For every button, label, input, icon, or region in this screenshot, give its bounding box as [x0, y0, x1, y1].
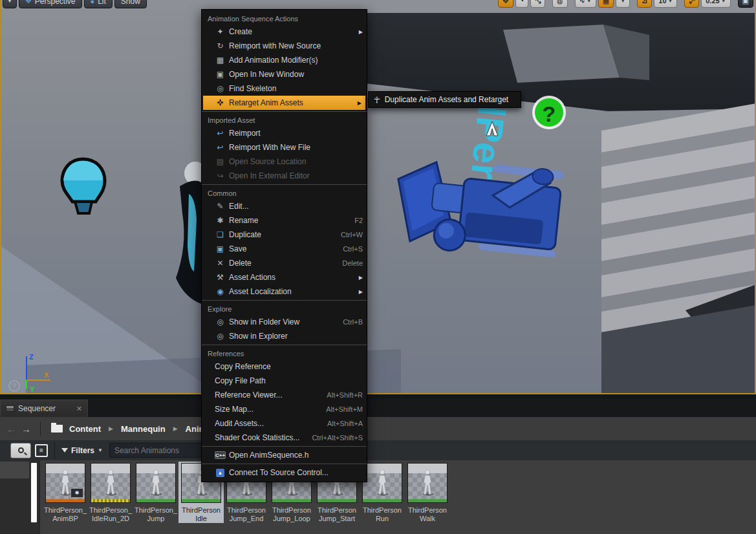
asset-tile-thirdpersonwalk[interactable]: ThirdPersonWalk — [405, 462, 450, 523]
menu-item-duplicate[interactable]: ❏DuplicateCtrl+W — [202, 228, 367, 242]
show-menu-button[interactable]: Show — [114, 0, 147, 8]
content-browser-panel: Sequencer ✕ ← → Content▶Mannequin▶Animat… — [0, 394, 756, 534]
rotate-tool-button[interactable]: ◔ — [515, 0, 529, 8]
chevron-down-icon: ▼ — [721, 0, 726, 4]
external-editor-icon: ↪ — [215, 171, 226, 180]
menu-item-label: Save — [229, 244, 334, 253]
menu-item-add-animation-modifier-s[interactable]: ▦Add Animation Modifier(s) — [202, 53, 367, 67]
menu-item-label: Create — [229, 27, 352, 36]
level-viewport[interactable]: dPers — [0, 0, 756, 394]
rotation-snap-value-button[interactable]: 10▼ — [654, 0, 677, 8]
menu-item-label: Edit... — [229, 202, 363, 211]
menu-section-header-references: References — [202, 347, 367, 359]
asset-type-color-bar — [408, 499, 447, 502]
menu-item-shortcut: Ctrl+Alt+Shift+S — [312, 434, 363, 442]
menu-item-open-in-new-window[interactable]: ▣Open In New Window — [202, 67, 367, 81]
menu-item-delete[interactable]: ✕DeleteDelete — [202, 256, 367, 270]
mannequin-thumbnail-figure — [374, 468, 391, 497]
svg-text:Z: Z — [29, 353, 34, 361]
menu-item-create[interactable]: ✦Create▶ — [202, 25, 367, 39]
svg-text:?: ? — [12, 383, 16, 390]
animation-modifier-icon: ▦ — [215, 56, 226, 65]
menu-item-shortcut: Ctrl+B — [343, 318, 363, 326]
search-icon — [18, 447, 24, 453]
menu-item-find-skeleton[interactable]: ◎Find Skeleton — [202, 81, 367, 96]
menu-item-shader-cook-statistics[interactable]: Shader Cook Statistics...Ctrl+Alt+Shift+… — [202, 431, 367, 445]
close-icon[interactable]: ✕ — [76, 405, 82, 413]
menu-item-show-in-explorer[interactable]: ◎Show in Explorer — [202, 329, 367, 343]
menu-item-shortcut: Ctrl+S — [343, 245, 363, 253]
scale-snap-icon: ⤢ — [689, 0, 695, 5]
asset-tile-thirdperson-animbp[interactable]: ✱ThirdPerson_AnimBP — [43, 462, 88, 523]
menu-item-label: Delete — [229, 259, 333, 268]
search-assets-button[interactable] — [10, 443, 31, 458]
world-coordinate-button[interactable]: ◍ — [552, 0, 568, 8]
asset-label-line2: Jump_End — [230, 515, 264, 523]
menu-item-audit-assets[interactable]: Audit Assets...Alt+Shift+A — [202, 416, 367, 431]
grid-snap-button[interactable]: ▦ — [598, 0, 614, 8]
menu-item-retarget-anim-assets[interactable]: ✜Retarget Anim Assets▶ — [203, 96, 365, 110]
menu-item-copy-file-path[interactable]: Copy File Path — [202, 374, 367, 388]
asset-thumbnail — [91, 463, 131, 503]
back-arrow-icon[interactable]: ← — [6, 423, 16, 434]
perspective-button[interactable]: ❖Perspective — [19, 0, 82, 8]
chevron-down-icon: ▼ — [7, 0, 12, 4]
grid-snap-value-button[interactable]: ▼ — [616, 0, 630, 8]
filter-bar: ≡ Filters ▼ — [0, 440, 756, 460]
vertical-scrollbar[interactable] — [31, 463, 37, 522]
menu-item-label: Shader Cook Statistics... — [215, 433, 303, 442]
save-icon: ▣ — [215, 244, 226, 253]
retarget-skeleton-icon: ☥ — [374, 95, 380, 105]
documentation-help-icon[interactable]: ? — [532, 96, 566, 129]
divider — [40, 422, 41, 436]
camera-speed-button[interactable]: ▣ — [738, 0, 753, 8]
menu-item-asset-actions[interactable]: ⚒Asset Actions▶ — [202, 270, 367, 284]
menu-item-label: Find Skeleton — [229, 84, 363, 93]
menu-item-reimport-with-new-file[interactable]: ↩Reimport With New File — [202, 140, 367, 155]
tab-sequencer[interactable]: Sequencer ✕ — [0, 400, 88, 417]
menu-item-save[interactable]: ▣SaveCtrl+S — [202, 242, 367, 256]
viewport-options-button[interactable]: ▼ — [3, 0, 17, 8]
asset-type-color-bar — [136, 499, 175, 502]
menu-item-open-in-external-editor[interactable]: ↪Open In External Editor — [202, 169, 367, 183]
submenu-duplicate-anim-assets-and-retarget[interactable]: ☥ Duplicate Anim Assets and Retarget — [368, 91, 521, 108]
asset-type-color-bar — [272, 499, 311, 502]
menu-item-connect-to-source-control[interactable]: ▲Connect To Source Control... — [202, 465, 367, 480]
breadcrumb-item-content[interactable]: Content — [69, 424, 101, 434]
staircase — [601, 103, 756, 394]
menu-item-open-animsequence-h[interactable]: C++Open AnimSequence.h — [202, 448, 367, 462]
scale-snap-button[interactable]: ⤢ — [684, 0, 699, 8]
menu-item-copy-reference[interactable]: Copy Reference — [202, 359, 367, 374]
sources-row — [0, 462, 29, 478]
menu-item-open-source-location[interactable]: ▤Open Source Location — [202, 155, 367, 169]
menu-item-edit[interactable]: ✎Edit... — [202, 199, 367, 213]
asset-tile-thirdperson-jump[interactable]: ThirdPerson_Jump — [133, 462, 178, 523]
rotate-icon: ◔ — [520, 0, 524, 5]
asset-label-line2: Walk — [420, 515, 435, 523]
rotation-snap-button[interactable]: ⊿ — [637, 0, 652, 8]
filters-button[interactable]: Filters ▼ — [61, 446, 103, 455]
menu-item-show-in-folder-view[interactable]: ◎Show in Folder ViewCtrl+B — [202, 315, 367, 329]
chevron-down-icon: ▼ — [587, 0, 592, 4]
menu-item-reimport-with-new-source[interactable]: ↻Reimport with New Source — [202, 39, 367, 53]
asset-tile-thirdperson-idlerun-2d[interactable]: ThirdPerson_IdleRun_2D — [88, 462, 133, 523]
asset-label-line2: Jump_Loop — [273, 515, 310, 523]
menu-section-header-explore: Explore — [202, 302, 367, 315]
translate-tool-button[interactable]: ✥ — [498, 0, 513, 8]
breadcrumb-item-mannequin[interactable]: Mannequin — [121, 424, 166, 434]
view-options-button[interactable]: ≡ — [35, 444, 48, 457]
menu-item-shortcut: Alt+Shift+A — [327, 420, 363, 427]
menu-item-reimport[interactable]: ↩Reimport — [202, 126, 367, 140]
menu-section-header-imported-asset: Imported Asset — [202, 113, 367, 126]
menu-item-rename[interactable]: ✱RenameF2 — [202, 213, 367, 228]
surface-snap-button[interactable]: ∿▼ — [575, 0, 596, 8]
menu-item-asset-localization[interactable]: ◉Asset Localization▶ — [202, 284, 367, 299]
menu-item-size-map[interactable]: Size Map...Alt+Shift+M — [202, 402, 367, 416]
lit-mode-button[interactable]: ●Lit — [84, 0, 113, 8]
open-new-window-icon: ▣ — [215, 70, 226, 79]
menu-item-shortcut: Delete — [342, 259, 363, 267]
scale-tool-button[interactable]: ⤡ — [530, 0, 545, 8]
menu-item-reference-viewer[interactable]: Reference Viewer...Alt+Shift+R — [202, 388, 367, 402]
scale-snap-value-button[interactable]: 0.25▼ — [701, 0, 730, 8]
forward-arrow-icon[interactable]: → — [21, 423, 31, 434]
